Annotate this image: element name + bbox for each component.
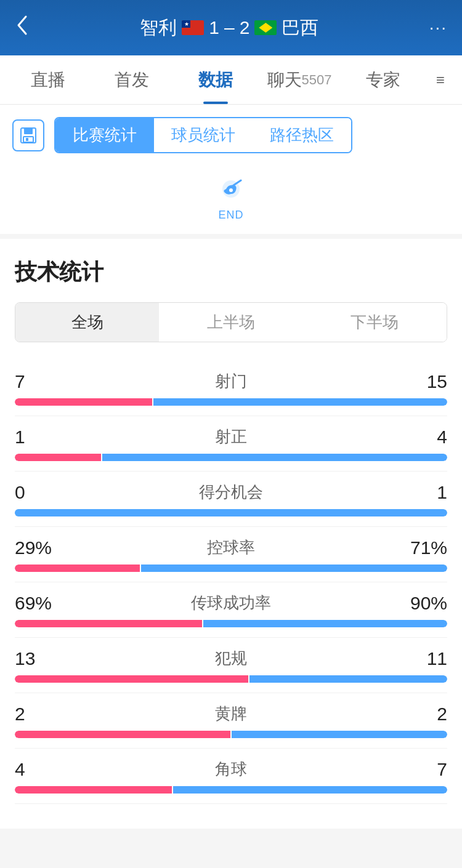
flag-chile-icon bbox=[182, 20, 204, 35]
stat-row-possession: 29% 控球率 71% bbox=[15, 527, 447, 582]
stat-right-val-shots-on-target: 4 bbox=[398, 427, 447, 448]
stat-label-shots: 射门 bbox=[64, 371, 398, 392]
stat-right-val-chances: 1 bbox=[398, 482, 447, 503]
stat-label-yellow-cards: 黄牌 bbox=[64, 703, 398, 725]
stat-row-pass-accuracy: 69% 传球成功率 90% bbox=[15, 582, 447, 638]
back-button[interactable] bbox=[15, 14, 30, 41]
stat-row-chances: 0 得分机会 1 bbox=[15, 472, 447, 527]
stat-label-corners: 角球 bbox=[64, 758, 398, 780]
sub-tabs: 比赛统计 球员统计 路径热区 bbox=[54, 117, 352, 153]
stat-bar-left-shots-on-target bbox=[15, 454, 101, 461]
stat-bar-right-pass-accuracy bbox=[203, 620, 447, 627]
bottom-padding bbox=[0, 804, 462, 829]
svg-rect-1 bbox=[24, 128, 33, 134]
stat-bar-left-corners bbox=[15, 786, 172, 794]
stat-left-val-fouls: 13 bbox=[15, 648, 64, 669]
more-button[interactable]: ··· bbox=[429, 18, 447, 38]
stat-bar-right-shots-on-target bbox=[102, 454, 447, 461]
stat-label-chances: 得分机会 bbox=[64, 481, 398, 503]
stat-left-val-possession: 29% bbox=[15, 537, 64, 558]
stat-row-corners: 4 角球 7 bbox=[15, 749, 447, 804]
stat-bar-shots bbox=[15, 398, 447, 406]
tab-data[interactable]: 数据 bbox=[174, 55, 257, 104]
stat-row-yellow-cards: 2 黄牌 2 bbox=[15, 693, 447, 749]
stat-right-val-possession: 71% bbox=[398, 537, 447, 558]
whistle-icon: END bbox=[214, 172, 248, 222]
timeline-area: END bbox=[0, 159, 462, 239]
score-home: 1 bbox=[209, 17, 219, 38]
stat-bar-chances bbox=[15, 509, 447, 516]
stat-bar-right-fouls bbox=[249, 675, 447, 683]
stat-bar-left-possession bbox=[15, 565, 140, 572]
score-separator: – bbox=[224, 17, 235, 38]
stat-left-val-shots-on-target: 1 bbox=[15, 427, 64, 448]
stat-left-val-shots: 7 bbox=[15, 371, 64, 392]
score-away: 2 bbox=[240, 17, 250, 38]
stat-bar-possession bbox=[15, 565, 447, 572]
stat-row-shots-on-target: 1 射正 4 bbox=[15, 416, 447, 472]
stat-bar-left-pass-accuracy bbox=[15, 620, 202, 627]
chat-badge: 5507 bbox=[302, 72, 332, 88]
stat-bar-shots-on-target bbox=[15, 454, 447, 461]
stats-section: 技术统计 全场 上半场 下半场 7 射门 15 1 射正 4 bbox=[0, 239, 462, 804]
stats-title: 技术统计 bbox=[15, 257, 447, 287]
stat-bar-pass-accuracy bbox=[15, 620, 447, 627]
stat-bar-left-fouls bbox=[15, 675, 248, 683]
team-home-name: 智利 bbox=[140, 15, 177, 41]
tab-chat[interactable]: 聊天5507 bbox=[257, 55, 341, 104]
stat-right-val-pass-accuracy: 90% bbox=[398, 593, 447, 614]
stat-row-shots: 7 射门 15 bbox=[15, 361, 447, 416]
end-label: END bbox=[218, 209, 243, 222]
stat-label-possession: 控球率 bbox=[64, 537, 398, 558]
stat-right-val-yellow-cards: 2 bbox=[398, 704, 447, 725]
stat-bar-right-possession bbox=[141, 565, 447, 572]
stat-label-shots-on-target: 射正 bbox=[64, 426, 398, 448]
stat-label-fouls: 犯规 bbox=[64, 648, 398, 669]
svg-point-5 bbox=[229, 188, 233, 192]
stat-bar-right-yellow-cards bbox=[232, 731, 447, 738]
stat-bar-left-yellow-cards bbox=[15, 731, 230, 738]
sub-tabs-container: 比赛统计 球员统计 路径热区 bbox=[0, 105, 462, 159]
svg-rect-3 bbox=[26, 138, 28, 141]
stat-bar-fouls bbox=[15, 675, 447, 683]
stat-bar-corners bbox=[15, 786, 447, 794]
tab-lineup[interactable]: 首发 bbox=[90, 55, 174, 104]
stat-bar-right-shots bbox=[153, 398, 447, 406]
period-tab-first-half[interactable]: 上半场 bbox=[159, 303, 302, 342]
tab-expert[interactable]: 专家 bbox=[341, 55, 425, 104]
flag-brazil-icon bbox=[254, 20, 277, 35]
stat-bar-right-chances bbox=[15, 509, 447, 516]
period-tab-full[interactable]: 全场 bbox=[15, 303, 159, 342]
header: 智利 1 – 2 巴西 ··· bbox=[0, 0, 462, 55]
match-title: 智利 1 – 2 巴西 bbox=[140, 15, 318, 41]
stat-bar-left-shots bbox=[15, 398, 152, 406]
period-tabs: 全场 上半场 下半场 bbox=[15, 302, 447, 342]
stat-bar-right-corners bbox=[173, 786, 447, 794]
team-away-name: 巴西 bbox=[282, 15, 318, 41]
stat-left-val-corners: 4 bbox=[15, 759, 64, 780]
stat-left-val-pass-accuracy: 69% bbox=[15, 593, 64, 614]
tab-live[interactable]: 直播 bbox=[6, 55, 90, 104]
stat-rows-container: 7 射门 15 1 射正 4 0 得分机会 1 bbox=[15, 361, 447, 804]
save-button[interactable] bbox=[12, 119, 44, 151]
stat-right-val-shots: 15 bbox=[398, 371, 447, 392]
nav-tabs: 直播 首发 数据 聊天5507 专家 ≡ bbox=[0, 55, 462, 105]
stat-left-val-chances: 0 bbox=[15, 482, 64, 503]
subtab-match-stats[interactable]: 比赛统计 bbox=[55, 118, 154, 152]
stat-label-pass-accuracy: 传球成功率 bbox=[64, 592, 398, 614]
stat-bar-yellow-cards bbox=[15, 731, 447, 738]
subtab-heatmap[interactable]: 路径热区 bbox=[253, 118, 351, 152]
subtab-player-stats[interactable]: 球员统计 bbox=[154, 118, 253, 152]
stat-right-val-corners: 7 bbox=[398, 759, 447, 780]
stat-row-fouls: 13 犯规 11 bbox=[15, 638, 447, 693]
period-tab-second-half[interactable]: 下半场 bbox=[303, 303, 447, 342]
stat-left-val-yellow-cards: 2 bbox=[15, 704, 64, 725]
stat-right-val-fouls: 11 bbox=[398, 648, 447, 669]
nav-more-button[interactable]: ≡ bbox=[425, 71, 456, 89]
